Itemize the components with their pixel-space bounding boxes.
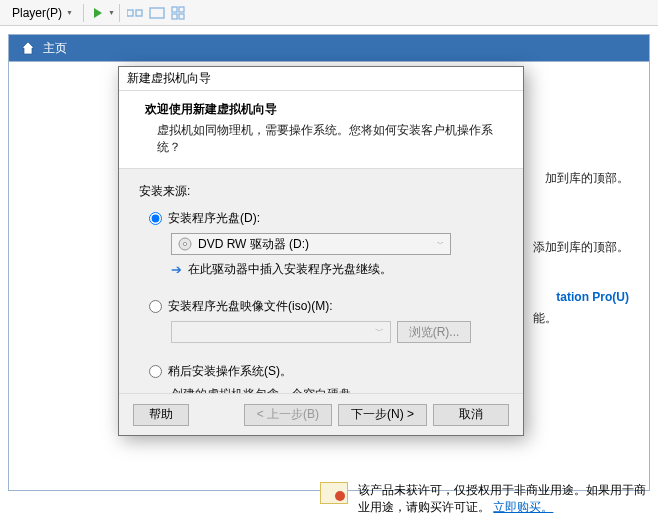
bg-text-fragment: 加到库的顶部。 [545,170,629,187]
svg-rect-2 [150,8,164,18]
dialog-body: 安装来源: 安装程序光盘(D): DVD RW 驱动器 (D:) ﹀ ➔ 在此驱… [119,169,523,417]
svg-rect-0 [127,10,133,16]
next-button[interactable]: 下一步(N) > [338,404,427,426]
svg-rect-1 [136,10,142,16]
disc-icon [178,237,192,251]
browse-button[interactable]: 浏览(R)... [397,321,471,343]
source-label: 安装来源: [139,183,503,200]
license-bar: 该产品未获许可，仅授权用于非商业用途。如果用于商业用途，请购买许可证。 立即购买… [320,482,650,516]
insert-disc-hint: ➔ 在此驱动器中插入安装程序光盘继续。 [171,261,503,278]
iso-path-input[interactable]: ﹀ [171,321,391,343]
bg-text-fragment: 能。 [533,310,557,327]
drive-select-text: DVD RW 驱动器 (D:) [198,236,309,253]
bg-text-fragment: 添加到库的顶部。 [533,239,629,256]
menubar: Player(P) ▼ ▼ [0,0,658,26]
dialog-header-title: 欢迎使用新建虚拟机向导 [145,101,507,118]
send-ctrl-alt-del-button[interactable] [124,3,146,23]
separator [119,4,120,22]
svg-rect-5 [172,14,177,19]
svg-rect-4 [179,7,184,12]
radio-install-later-input[interactable] [149,365,162,378]
drive-select[interactable]: DVD RW 驱动器 (D:) ﹀ [171,233,451,255]
chevron-down-icon: ﹀ [375,322,390,338]
tab-home-label: 主页 [43,40,67,57]
tab-home[interactable]: 主页 [9,35,77,61]
radio-installer-disc[interactable]: 安装程序光盘(D): [149,210,503,227]
fullscreen-button[interactable] [146,3,168,23]
play-button[interactable] [88,3,108,23]
hint-text: 在此驱动器中插入安装程序光盘继续。 [188,261,392,278]
dialog-header-desc: 虚拟机如同物理机，需要操作系统。您将如何安装客户机操作系统？ [145,122,507,156]
svg-rect-6 [179,14,184,19]
radio-install-later-label: 稍后安装操作系统(S)。 [168,363,292,380]
radio-installer-disc-input[interactable] [149,212,162,225]
tab-bar: 主页 [8,34,650,61]
back-button[interactable]: < 上一步(B) [244,404,332,426]
separator [83,4,84,22]
svg-point-8 [183,242,186,245]
license-text: 该产品未获许可，仅授权用于非商业用途。如果用于商业用途，请购买许可证。 立即购买… [358,482,650,516]
dropdown-arrow-icon: ▼ [108,9,115,16]
radio-installer-disc-label: 安装程序光盘(D): [168,210,260,227]
bg-text-fragment: tation Pro(U) [556,290,629,304]
certificate-icon [320,482,348,504]
svg-rect-3 [172,7,177,12]
unity-button[interactable] [168,3,188,23]
cancel-button[interactable]: 取消 [433,404,509,426]
dialog-titlebar[interactable]: 新建虚拟机向导 [119,67,523,91]
help-button[interactable]: 帮助 [133,404,189,426]
player-menu[interactable]: Player(P) ▼ [6,4,79,22]
iso-row: ﹀ 浏览(R)... [171,321,503,343]
radio-iso-file-label: 安装程序光盘映像文件(iso)(M): [168,298,333,315]
chevron-down-icon: ﹀ [437,239,444,249]
home-icon [19,39,37,57]
new-vm-wizard-dialog: 新建虚拟机向导 欢迎使用新建虚拟机向导 虚拟机如同物理机，需要操作系统。您将如何… [118,66,524,436]
radio-group: 安装程序光盘(D): DVD RW 驱动器 (D:) ﹀ ➔ 在此驱动器中插入安… [149,210,503,403]
dialog-button-bar: 帮助 < 上一步(B) 下一步(N) > 取消 [119,393,523,435]
dialog-header: 欢迎使用新建虚拟机向导 虚拟机如同物理机，需要操作系统。您将如何安装客户机操作系… [119,91,523,169]
radio-install-later[interactable]: 稍后安装操作系统(S)。 [149,363,503,380]
buy-now-link[interactable]: 立即购买。 [493,500,553,514]
radio-iso-file-input[interactable] [149,300,162,313]
player-menu-label: Player(P) [12,6,62,20]
dialog-title: 新建虚拟机向导 [127,70,211,87]
dropdown-arrow-icon: ▼ [66,9,73,16]
radio-iso-file[interactable]: 安装程序光盘映像文件(iso)(M): [149,298,503,315]
arrow-right-icon: ➔ [171,262,182,277]
